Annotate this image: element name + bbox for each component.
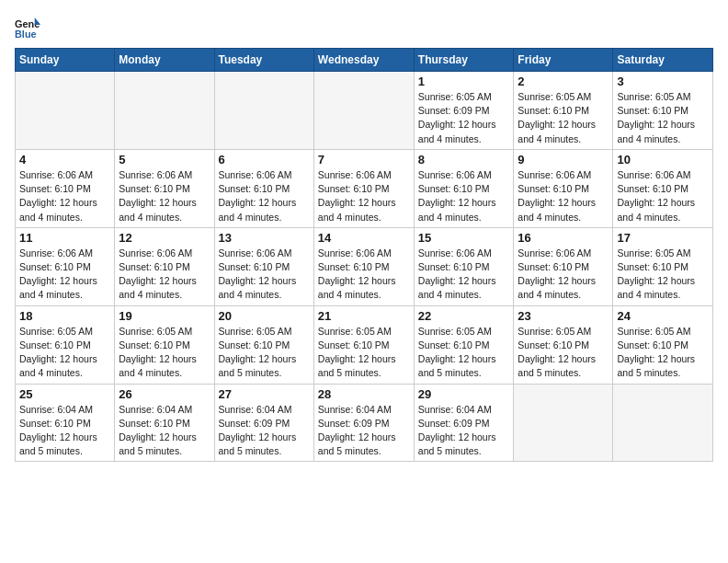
calendar-cell: [214, 72, 313, 150]
day-info: Sunrise: 6:05 AM Sunset: 6:10 PM Dayligh…: [318, 325, 410, 381]
day-number: 9: [518, 153, 609, 167]
weekday-header: Tuesday: [214, 49, 313, 72]
weekday-header: Wednesday: [313, 49, 414, 72]
calendar-cell: 22Sunrise: 6:05 AM Sunset: 6:10 PM Dayli…: [414, 305, 514, 384]
weekday-header: Friday: [514, 49, 613, 72]
day-info: Sunrise: 6:05 AM Sunset: 6:10 PM Dayligh…: [518, 90, 609, 146]
day-number: 15: [418, 231, 510, 245]
day-info: Sunrise: 6:05 AM Sunset: 6:10 PM Dayligh…: [418, 325, 510, 381]
calendar-cell: 27Sunrise: 6:04 AM Sunset: 6:09 PM Dayli…: [214, 384, 313, 462]
day-number: 7: [318, 153, 410, 167]
calendar-week-row: 1Sunrise: 6:05 AM Sunset: 6:09 PM Daylig…: [16, 72, 713, 150]
calendar-cell: 20Sunrise: 6:05 AM Sunset: 6:10 PM Dayli…: [214, 305, 313, 384]
day-number: 8: [418, 153, 510, 167]
day-number: 12: [119, 231, 210, 245]
calendar-cell: 4Sunrise: 6:06 AM Sunset: 6:10 PM Daylig…: [16, 149, 115, 227]
day-number: 24: [617, 309, 709, 323]
calendar-cell: 24Sunrise: 6:05 AM Sunset: 6:10 PM Dayli…: [613, 305, 713, 384]
calendar-cell: 6Sunrise: 6:06 AM Sunset: 6:10 PM Daylig…: [214, 149, 313, 227]
day-info: Sunrise: 6:05 AM Sunset: 6:10 PM Dayligh…: [617, 90, 709, 146]
calendar-week-row: 4Sunrise: 6:06 AM Sunset: 6:10 PM Daylig…: [16, 149, 713, 227]
calendar-table: SundayMondayTuesdayWednesdayThursdayFrid…: [15, 48, 713, 462]
day-info: Sunrise: 6:06 AM Sunset: 6:10 PM Dayligh…: [19, 247, 110, 303]
calendar-cell: 23Sunrise: 6:05 AM Sunset: 6:10 PM Dayli…: [514, 305, 613, 384]
day-info: Sunrise: 6:06 AM Sunset: 6:10 PM Dayligh…: [219, 247, 310, 303]
day-number: 22: [418, 309, 510, 323]
day-number: 11: [19, 231, 110, 245]
calendar-cell: 1Sunrise: 6:05 AM Sunset: 6:09 PM Daylig…: [414, 72, 514, 150]
day-info: Sunrise: 6:06 AM Sunset: 6:10 PM Dayligh…: [518, 168, 609, 224]
calendar-cell: 19Sunrise: 6:05 AM Sunset: 6:10 PM Dayli…: [115, 305, 214, 384]
day-number: 16: [518, 231, 609, 245]
day-number: 13: [219, 231, 310, 245]
calendar-cell: 7Sunrise: 6:06 AM Sunset: 6:10 PM Daylig…: [313, 149, 414, 227]
page-header: General Blue: [15, 15, 713, 40]
day-info: Sunrise: 6:04 AM Sunset: 6:10 PM Dayligh…: [19, 403, 110, 459]
day-info: Sunrise: 6:04 AM Sunset: 6:09 PM Dayligh…: [318, 403, 410, 459]
calendar-cell: 5Sunrise: 6:06 AM Sunset: 6:10 PM Daylig…: [115, 149, 214, 227]
day-info: Sunrise: 6:05 AM Sunset: 6:10 PM Dayligh…: [617, 247, 709, 303]
calendar-cell: 8Sunrise: 6:06 AM Sunset: 6:10 PM Daylig…: [414, 149, 514, 227]
day-number: 18: [19, 309, 110, 323]
day-number: 25: [19, 387, 110, 401]
calendar-cell: [313, 72, 414, 150]
calendar-cell: 26Sunrise: 6:04 AM Sunset: 6:10 PM Dayli…: [115, 384, 214, 462]
day-info: Sunrise: 6:04 AM Sunset: 6:09 PM Dayligh…: [219, 403, 310, 459]
day-number: 1: [418, 75, 510, 88]
calendar-cell: 2Sunrise: 6:05 AM Sunset: 6:10 PM Daylig…: [514, 72, 613, 150]
calendar-cell: 21Sunrise: 6:05 AM Sunset: 6:10 PM Dayli…: [313, 305, 414, 384]
day-info: Sunrise: 6:05 AM Sunset: 6:10 PM Dayligh…: [119, 325, 210, 381]
calendar-cell: 10Sunrise: 6:06 AM Sunset: 6:10 PM Dayli…: [613, 149, 713, 227]
day-number: 21: [318, 309, 410, 323]
day-info: Sunrise: 6:06 AM Sunset: 6:10 PM Dayligh…: [119, 247, 210, 303]
day-number: 6: [219, 153, 310, 167]
day-number: 20: [219, 309, 310, 323]
day-info: Sunrise: 6:06 AM Sunset: 6:10 PM Dayligh…: [19, 168, 110, 224]
logo: General Blue: [15, 15, 44, 40]
day-number: 5: [119, 153, 210, 167]
calendar-cell: [514, 384, 613, 462]
day-info: Sunrise: 6:06 AM Sunset: 6:10 PM Dayligh…: [318, 247, 410, 303]
calendar-cell: 15Sunrise: 6:06 AM Sunset: 6:10 PM Dayli…: [414, 227, 514, 305]
day-number: 17: [617, 231, 709, 245]
calendar-cell: 18Sunrise: 6:05 AM Sunset: 6:10 PM Dayli…: [16, 305, 115, 384]
calendar-cell: 13Sunrise: 6:06 AM Sunset: 6:10 PM Dayli…: [214, 227, 313, 305]
calendar-cell: [613, 384, 713, 462]
calendar-cell: 9Sunrise: 6:06 AM Sunset: 6:10 PM Daylig…: [514, 149, 613, 227]
day-info: Sunrise: 6:05 AM Sunset: 6:10 PM Dayligh…: [617, 325, 709, 381]
day-info: Sunrise: 6:06 AM Sunset: 6:10 PM Dayligh…: [418, 247, 510, 303]
day-info: Sunrise: 6:06 AM Sunset: 6:10 PM Dayligh…: [617, 168, 709, 224]
day-info: Sunrise: 6:06 AM Sunset: 6:10 PM Dayligh…: [518, 247, 609, 303]
calendar-cell: 29Sunrise: 6:04 AM Sunset: 6:09 PM Dayli…: [414, 384, 514, 462]
day-number: 3: [617, 75, 709, 88]
day-info: Sunrise: 6:06 AM Sunset: 6:10 PM Dayligh…: [318, 168, 410, 224]
calendar-week-row: 25Sunrise: 6:04 AM Sunset: 6:10 PM Dayli…: [16, 384, 713, 462]
day-number: 4: [19, 153, 110, 167]
calendar-cell: 16Sunrise: 6:06 AM Sunset: 6:10 PM Dayli…: [514, 227, 613, 305]
day-number: 2: [518, 75, 609, 88]
calendar-cell: 12Sunrise: 6:06 AM Sunset: 6:10 PM Dayli…: [115, 227, 214, 305]
day-info: Sunrise: 6:04 AM Sunset: 6:09 PM Dayligh…: [418, 403, 510, 459]
svg-text:Blue: Blue: [15, 29, 37, 40]
day-info: Sunrise: 6:06 AM Sunset: 6:10 PM Dayligh…: [418, 168, 510, 224]
day-info: Sunrise: 6:06 AM Sunset: 6:10 PM Dayligh…: [119, 168, 210, 224]
weekday-header: Monday: [115, 49, 214, 72]
day-number: 10: [617, 153, 709, 167]
day-info: Sunrise: 6:05 AM Sunset: 6:10 PM Dayligh…: [219, 325, 310, 381]
day-number: 26: [119, 387, 210, 401]
calendar-cell: 17Sunrise: 6:05 AM Sunset: 6:10 PM Dayli…: [613, 227, 713, 305]
weekday-header-row: SundayMondayTuesdayWednesdayThursdayFrid…: [16, 49, 713, 72]
weekday-header: Thursday: [414, 49, 514, 72]
day-number: 23: [518, 309, 609, 323]
day-info: Sunrise: 6:05 AM Sunset: 6:10 PM Dayligh…: [518, 325, 609, 381]
calendar-cell: 3Sunrise: 6:05 AM Sunset: 6:10 PM Daylig…: [613, 72, 713, 150]
logo-icon: General Blue: [15, 15, 40, 40]
calendar-cell: 14Sunrise: 6:06 AM Sunset: 6:10 PM Dayli…: [313, 227, 414, 305]
weekday-header: Sunday: [16, 49, 115, 72]
calendar-cell: 25Sunrise: 6:04 AM Sunset: 6:10 PM Dayli…: [16, 384, 115, 462]
day-number: 27: [219, 387, 310, 401]
day-info: Sunrise: 6:05 AM Sunset: 6:10 PM Dayligh…: [19, 325, 110, 381]
weekday-header: Saturday: [613, 49, 713, 72]
calendar-cell: 28Sunrise: 6:04 AM Sunset: 6:09 PM Dayli…: [313, 384, 414, 462]
calendar-week-row: 11Sunrise: 6:06 AM Sunset: 6:10 PM Dayli…: [16, 227, 713, 305]
